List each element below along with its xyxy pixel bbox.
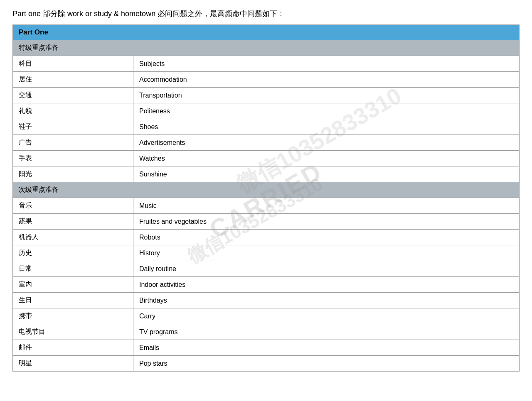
row-chinese-1-0: 音乐 — [13, 198, 133, 214]
table-row: 电视节目TV programs — [13, 324, 520, 340]
row-english-0-0: Subjects — [133, 56, 520, 72]
table-row: 礼貌Politeness — [13, 103, 520, 119]
row-english-1-2: Robots — [133, 230, 520, 245]
row-english-0-2: Transportation — [133, 88, 520, 103]
row-english-1-8: TV programs — [133, 324, 520, 340]
row-english-1-7: Carry — [133, 308, 520, 324]
table-header-cell: Part One — [13, 25, 520, 40]
section-label-1: 次级重点准备 — [13, 182, 520, 198]
row-english-0-4: Shoes — [133, 119, 520, 135]
row-english-1-3: History — [133, 245, 520, 261]
row-chinese-0-1: 居住 — [13, 72, 133, 88]
row-chinese-1-5: 室内 — [13, 277, 133, 293]
table-row: 机器人Robots — [13, 230, 520, 245]
table-row: 交通Transportation — [13, 88, 520, 103]
row-chinese-1-1: 蔬果 — [13, 214, 133, 230]
table-row: 蔬果Fruites and vegetables — [13, 214, 520, 230]
row-english-1-4: Daily routine — [133, 261, 520, 277]
row-chinese-0-0: 科目 — [13, 56, 133, 72]
row-chinese-0-3: 礼貌 — [13, 103, 133, 119]
row-english-0-7: Sunshine — [133, 166, 520, 182]
row-english-1-10: Pop stars — [133, 356, 520, 372]
table-row: 携带Carry — [13, 308, 520, 324]
row-chinese-0-2: 交通 — [13, 88, 133, 103]
table-row: 邮件Emails — [13, 340, 520, 356]
row-chinese-1-10: 明星 — [13, 356, 133, 372]
row-chinese-1-2: 机器人 — [13, 230, 133, 245]
table-row: 室内Indoor activities — [13, 277, 520, 293]
table-row: 手表Watches — [13, 151, 520, 166]
table-row: 日常Daily routine — [13, 261, 520, 277]
row-english-1-9: Emails — [133, 340, 520, 356]
row-english-0-6: Watches — [133, 151, 520, 166]
row-english-0-5: Advertisements — [133, 135, 520, 151]
row-chinese-1-8: 电视节目 — [13, 324, 133, 340]
row-chinese-1-3: 历史 — [13, 245, 133, 261]
row-english-1-1: Fruites and vegetables — [133, 214, 520, 230]
row-chinese-0-6: 手表 — [13, 151, 133, 166]
row-english-0-1: Accommodation — [133, 72, 520, 88]
row-chinese-1-7: 携带 — [13, 308, 133, 324]
table-row: 明星Pop stars — [13, 356, 520, 372]
row-chinese-0-4: 鞋子 — [13, 119, 133, 135]
row-english-1-6: Birthdays — [133, 293, 520, 308]
section-label-0: 特级重点准备 — [13, 40, 520, 56]
main-table: Part One特级重点准备科目Subjects居住Accommodation交… — [12, 24, 520, 372]
table-row: 阳光Sunshine — [13, 166, 520, 182]
row-english-1-0: Music — [133, 198, 520, 214]
table-row: 音乐Music — [13, 198, 520, 214]
row-english-1-5: Indoor activities — [133, 277, 520, 293]
table-row: 历史History — [13, 245, 520, 261]
row-english-0-3: Politeness — [133, 103, 520, 119]
row-chinese-1-4: 日常 — [13, 261, 133, 277]
row-chinese-1-6: 生日 — [13, 293, 133, 308]
table-row: 广告Advertisements — [13, 135, 520, 151]
row-chinese-0-5: 广告 — [13, 135, 133, 151]
row-chinese-0-7: 阳光 — [13, 166, 133, 182]
page-header: Part one 部分除 work or study & hometown 必问… — [12, 8, 520, 20]
table-row: 科目Subjects — [13, 56, 520, 72]
table-row: 鞋子Shoes — [13, 119, 520, 135]
table-row: 生日Birthdays — [13, 293, 520, 308]
table-row: 居住Accommodation — [13, 72, 520, 88]
row-chinese-1-9: 邮件 — [13, 340, 133, 356]
